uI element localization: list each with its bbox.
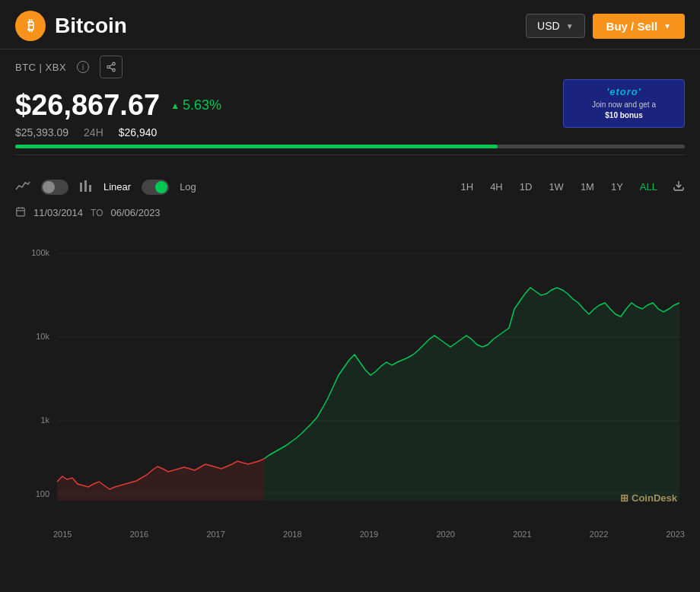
- page-header: ₿ Bitcoin USD Buy / Sell: [0, 0, 700, 49]
- svg-text:100: 100: [36, 489, 49, 498]
- date-to: 06/06/2023: [111, 207, 161, 218]
- etoro-tagline: Join now and get a $10 bonus: [574, 100, 673, 121]
- chart-area-fill-green: [264, 288, 679, 501]
- time-btn-all[interactable]: ALL: [634, 178, 663, 196]
- svg-point-1: [107, 65, 110, 68]
- x-label-2016: 2016: [130, 530, 148, 539]
- price-chart: 100k 10k 1k 100: [15, 227, 685, 516]
- svg-text:100k: 100k: [31, 248, 49, 257]
- current-price: $26,867.67: [15, 89, 160, 122]
- x-label-2021: 2021: [513, 530, 531, 539]
- x-axis-labels: 2015 2016 2017 2018 2019 2020 2021 2022 …: [0, 527, 700, 539]
- x-label-2015: 2015: [53, 530, 72, 539]
- coin-name-label: Bitcoin: [55, 14, 127, 38]
- svg-rect-5: [80, 183, 82, 192]
- svg-text:1k: 1k: [40, 415, 49, 425]
- x-label-2023: 2023: [667, 530, 685, 539]
- svg-line-3: [110, 68, 113, 69]
- info-icon[interactable]: i: [77, 61, 89, 73]
- download-icon[interactable]: [673, 180, 685, 195]
- x-label-2022: 2022: [590, 530, 608, 539]
- ad-banner[interactable]: 'etoro' Join now and get a $10 bonus: [563, 79, 685, 128]
- chart-type-controls: Linear Log: [15, 180, 196, 195]
- price-low: $25,393.09: [15, 126, 68, 138]
- calendar-icon: [15, 206, 26, 219]
- date-range-row: 11/03/2014 TO 06/06/2023: [0, 203, 700, 227]
- svg-rect-6: [84, 180, 87, 192]
- chart-controls: Linear Log 1H 4H 1D 1W 1M 1Y ALL: [0, 170, 700, 203]
- ticker-pair-label: BTC | XBX: [15, 62, 66, 73]
- svg-text:10k: 10k: [36, 332, 49, 341]
- share-button[interactable]: [100, 56, 123, 78]
- buy-sell-button[interactable]: Buy / Sell: [593, 14, 685, 39]
- time-btn-1h[interactable]: 1H: [455, 178, 480, 196]
- linear-label: Linear: [103, 181, 131, 193]
- time-btn-1d[interactable]: 1D: [514, 178, 539, 196]
- chart-area: 100k 10k 1k 100 ⊞ CoinDesk: [0, 227, 700, 527]
- period-label: 24H: [84, 126, 103, 138]
- price-range-row: $25,393.09 24H $26,940: [15, 126, 685, 138]
- etoro-logo: 'etoro': [574, 86, 673, 97]
- svg-line-4: [110, 65, 113, 66]
- time-btn-1m[interactable]: 1M: [574, 178, 600, 196]
- price-range-bar: [15, 145, 685, 148]
- time-btn-1w[interactable]: 1W: [542, 178, 570, 196]
- x-label-2018: 2018: [283, 530, 301, 539]
- date-from: 11/03/2014: [33, 207, 83, 218]
- currency-selector[interactable]: USD: [526, 14, 584, 38]
- chart-type-toggle[interactable]: [41, 180, 68, 195]
- x-label-2017: 2017: [206, 530, 224, 539]
- chart-area-fill-red: [57, 459, 264, 501]
- section-divider: [15, 154, 685, 155]
- log-label: Log: [180, 181, 196, 193]
- date-to-label: TO: [91, 208, 103, 218]
- x-label-2020: 2020: [436, 530, 454, 539]
- price-range-fill: [15, 145, 498, 148]
- time-btn-4h[interactable]: 4H: [484, 178, 509, 196]
- coin-identity: ₿ Bitcoin: [15, 11, 127, 41]
- x-label-2019: 2019: [360, 530, 378, 539]
- svg-rect-9: [17, 208, 25, 216]
- area-chart-icon[interactable]: [15, 180, 30, 195]
- scale-toggle[interactable]: [142, 180, 169, 195]
- bar-chart-icon[interactable]: [79, 180, 93, 195]
- price-high: $26,940: [119, 126, 158, 138]
- svg-point-2: [113, 68, 116, 72]
- price-change-pct: 5.63%: [170, 97, 221, 113]
- toggle-knob: [43, 181, 55, 193]
- coindesk-watermark: ⊞ CoinDesk: [620, 492, 677, 504]
- scale-toggle-knob: [155, 181, 167, 193]
- svg-point-0: [113, 62, 116, 65]
- time-range-controls: 1H 4H 1D 1W 1M 1Y ALL: [455, 178, 685, 196]
- time-btn-1y[interactable]: 1Y: [605, 178, 629, 196]
- bitcoin-logo-icon: ₿: [15, 11, 46, 41]
- header-actions: USD Buy / Sell: [526, 14, 685, 39]
- svg-rect-7: [89, 185, 91, 192]
